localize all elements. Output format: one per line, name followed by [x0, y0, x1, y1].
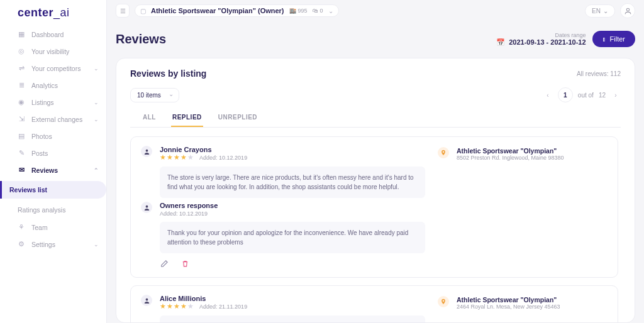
review-card: Jonnie Crayons ★★★★★ Added: 10.12.2019 T…	[130, 136, 618, 278]
star-icon: ★	[187, 302, 194, 310]
nav-label: Posts	[31, 150, 48, 157]
sidebar-item-team[interactable]: ⚘ Team	[0, 219, 106, 236]
current-page: 1	[558, 87, 573, 102]
star-icon: ★	[160, 302, 166, 310]
nav-icon: ◉	[18, 98, 25, 106]
nav-icon: ▤	[18, 132, 25, 140]
star-icon: ★	[167, 302, 173, 310]
rating-stars: ★★★★★	[160, 153, 194, 162]
bag-count-badge: 🛍 0	[313, 8, 323, 14]
svg-point-1	[145, 149, 148, 151]
calendar-icon: 📅	[496, 38, 505, 47]
owner-avatar	[141, 202, 152, 213]
sidebar-item-dashboard[interactable]: ▦ Dashboard	[0, 26, 106, 43]
star-icon: ★	[174, 302, 180, 310]
org-selector[interactable]: ▢ Athletic Sportswear "Olympian" (Owner)…	[135, 4, 339, 17]
subnav-reviews-list[interactable]: Reviews list	[0, 181, 106, 199]
reviewer-name: Jonnie Crayons	[160, 146, 425, 153]
svg-point-3	[145, 298, 148, 300]
date-range-picker[interactable]: Dates range 📅 2021-09-13 - 2021-10-12	[496, 32, 586, 47]
star-icon: ★	[180, 302, 187, 310]
sidebar-item-external-changes[interactable]: ⇲ External changes ⌄	[0, 111, 106, 128]
location-pin-icon	[438, 147, 449, 158]
nav-label: Photos	[31, 133, 52, 140]
nav-label: Your competitors	[31, 65, 80, 72]
filter-button[interactable]: ⫾ Filter	[592, 31, 635, 47]
chevron-down-icon: ⌄	[94, 65, 99, 72]
response-date: Added: 10.12.2019	[160, 211, 208, 217]
sidebar-nav: ▦ Dashboard ◎ Your visibility ⇌ Your com…	[0, 26, 106, 253]
items-per-page-select[interactable]: 10 items	[130, 88, 179, 102]
nav-label: Team	[31, 224, 48, 231]
location-address: 8502 Preston Rd. Inglewood, Maine 98380	[457, 155, 608, 161]
tab-unreplied[interactable]: UNREPLIED	[217, 114, 258, 127]
all-reviews-count: All reviews: 112	[577, 70, 621, 77]
review-date: Added: 10.12.2019	[199, 155, 247, 161]
rating-stars: ★★★★★	[160, 302, 194, 310]
nav-label: Reviews	[31, 167, 58, 174]
review-text: I recommend. Very large assortment and f…	[160, 315, 425, 323]
org-name: Athletic Sportswear "Olympian" (Owner)	[151, 7, 284, 14]
nav-icon: ✉	[18, 166, 25, 174]
pagination: ‹ 1 out of 12 ›	[543, 87, 621, 102]
sidebar-item-settings[interactable]: ⚙ Settings ⌄	[0, 236, 106, 253]
nav-label: Your visibility	[31, 48, 69, 55]
nav-label: Listings	[31, 99, 54, 106]
star-icon: ★	[174, 153, 180, 162]
nav-icon: ⇲	[18, 115, 25, 123]
reviews-panel: Reviews by listing All reviews: 112 10 i…	[116, 58, 635, 323]
location-name: Athletic Sportswear "Olympian"	[457, 147, 608, 155]
subnav-ratings-analysis[interactable]: Ratings analysis	[0, 201, 106, 219]
nav-icon: ⇌	[18, 64, 25, 72]
brand-logo: center_ai	[0, 6, 106, 26]
store-count-badge: 🏬 995	[289, 8, 308, 14]
chevron-down-icon: ⌄	[94, 241, 99, 248]
reviewer-name: Alice Millionis	[160, 295, 425, 302]
sidebar-item-photos[interactable]: ▤ Photos	[0, 128, 106, 145]
response-title: Owners response	[160, 202, 425, 209]
sidebar-item-posts[interactable]: ✎ Posts	[0, 145, 106, 162]
sidebar-item-your-visibility[interactable]: ◎ Your visibility	[0, 43, 106, 60]
location-pin-icon	[438, 296, 449, 307]
panel-title: Reviews by listing	[130, 68, 206, 79]
review-date: Added: 21.11.2019	[199, 304, 247, 310]
review-card: Alice Millionis ★★★★★ Added: 21.11.2019 …	[130, 285, 618, 323]
reply-tabs: ALL REPLIED UNREPLIED	[130, 114, 621, 128]
user-avatar-button[interactable]	[620, 3, 635, 18]
star-icon: ★	[167, 153, 173, 162]
reviewer-avatar	[141, 146, 152, 157]
nav-label: Dashboard	[31, 31, 64, 38]
sidebar-item-listings[interactable]: ◉ Listings ⌄	[0, 94, 106, 111]
tab-replied[interactable]: REPLIED	[171, 114, 203, 127]
sidebar-item-analytics[interactable]: ≣ Analytics	[0, 77, 106, 94]
sidebar-item-your-competitors[interactable]: ⇌ Your competitors ⌄	[0, 60, 106, 77]
tab-all[interactable]: ALL	[142, 114, 157, 127]
chevron-up-icon: ⌃	[94, 167, 99, 173]
topbar: ☰ ▢ Athletic Sportswear "Olympian" (Owne…	[107, 0, 644, 21]
nav-icon: ⚘	[18, 223, 25, 231]
chevron-down-icon: ⌄	[328, 8, 333, 14]
star-icon: ★	[180, 153, 187, 162]
chevron-down-icon: ⌄	[603, 8, 608, 14]
location-name: Athletic Sportswear "Olympian"	[457, 296, 608, 304]
page-header: Reviews Dates range 📅 2021-09-13 - 2021-…	[116, 28, 635, 50]
nav-icon: ⚙	[18, 240, 25, 248]
nav-icon: ≣	[18, 81, 25, 89]
sidebar-item-reviews[interactable]: ✉ Reviews ⌃	[0, 162, 106, 178]
prev-page-button[interactable]: ‹	[543, 90, 553, 100]
language-selector[interactable]: EN ⌄	[585, 4, 615, 18]
sidebar: center_ai ▦ Dashboard ◎ Your visibility …	[0, 0, 107, 323]
page-title: Reviews	[116, 32, 166, 47]
reviewer-avatar	[141, 295, 152, 306]
edit-response-button[interactable]	[160, 258, 170, 268]
nav-label: Settings	[31, 241, 55, 248]
chevron-down-icon: ⌄	[94, 116, 99, 123]
nav-icon: ◎	[18, 47, 25, 55]
next-page-button[interactable]: ›	[611, 90, 621, 100]
menu-toggle-button[interactable]: ☰	[116, 4, 130, 18]
delete-response-button[interactable]	[180, 258, 190, 268]
reviews-list: Jonnie Crayons ★★★★★ Added: 10.12.2019 T…	[130, 136, 621, 323]
nav-icon: ▦	[18, 30, 25, 38]
folder-icon: ▢	[140, 8, 146, 14]
svg-point-0	[626, 8, 629, 11]
